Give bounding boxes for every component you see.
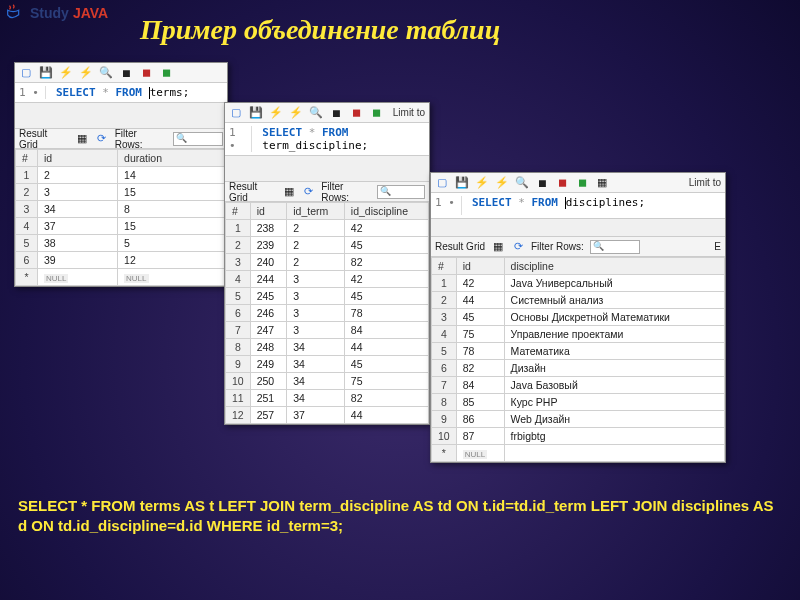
table-row[interactable]: 142Java Универсальный: [432, 275, 725, 292]
green-square-icon[interactable]: ◼: [159, 66, 173, 80]
col-id-discipline[interactable]: id_discipline: [344, 203, 428, 220]
save-icon[interactable]: 💾: [455, 176, 469, 190]
table-row[interactable]: 43715: [16, 218, 227, 235]
grid-view-icon[interactable]: ▦: [283, 185, 296, 199]
cell[interactable]: 5: [118, 235, 227, 252]
cell[interactable]: 247: [250, 322, 287, 339]
cell[interactable]: 78: [456, 343, 504, 360]
execute-step-icon[interactable]: ⚡: [289, 106, 303, 120]
table-row[interactable]: 102503475: [226, 373, 429, 390]
table-row[interactable]: 244Системный анализ: [432, 292, 725, 309]
cell[interactable]: 3: [287, 288, 345, 305]
cell[interactable]: 12: [226, 407, 251, 424]
cell[interactable]: 87: [456, 428, 504, 445]
refresh-icon[interactable]: ⟳: [95, 132, 109, 146]
cell[interactable]: 9: [226, 356, 251, 373]
table-row[interactable]: 4244342: [226, 271, 429, 288]
cell[interactable]: *: [16, 269, 38, 286]
table-row[interactable]: 475Управление проектами: [432, 326, 725, 343]
execute-step-icon[interactable]: ⚡: [79, 66, 93, 80]
cell[interactable]: NULL: [118, 269, 227, 286]
table-row[interactable]: 682Дизайн: [432, 360, 725, 377]
cell[interactable]: 34: [287, 390, 345, 407]
cell[interactable]: 37: [287, 407, 345, 424]
cell[interactable]: 34: [287, 339, 345, 356]
cell[interactable]: 37: [38, 218, 118, 235]
cell[interactable]: 11: [226, 390, 251, 407]
cell[interactable]: 45: [344, 356, 428, 373]
cell[interactable]: 82: [344, 254, 428, 271]
col-rownum[interactable]: #: [16, 150, 38, 167]
cell[interactable]: Математика: [504, 343, 724, 360]
cell[interactable]: 3: [432, 309, 457, 326]
cell[interactable]: 44: [344, 339, 428, 356]
cell[interactable]: 2: [226, 237, 251, 254]
cell[interactable]: 5: [226, 288, 251, 305]
cell[interactable]: 245: [250, 288, 287, 305]
refresh-icon[interactable]: ⟳: [511, 240, 525, 254]
cell[interactable]: 44: [456, 292, 504, 309]
cell[interactable]: 42: [456, 275, 504, 292]
table-row[interactable]: 1214: [16, 167, 227, 184]
table-row[interactable]: *NULLNULL: [16, 269, 227, 286]
cell[interactable]: 38: [38, 235, 118, 252]
grid-view-icon[interactable]: ▦: [75, 132, 89, 146]
table-row[interactable]: *NULL: [432, 445, 725, 462]
cell[interactable]: 10: [432, 428, 457, 445]
cell[interactable]: 240: [250, 254, 287, 271]
cell[interactable]: 15: [118, 184, 227, 201]
cell[interactable]: 75: [344, 373, 428, 390]
col-id[interactable]: id: [456, 258, 504, 275]
cell[interactable]: 2: [287, 237, 345, 254]
col-rownum[interactable]: #: [432, 258, 457, 275]
cell[interactable]: Системный анализ: [504, 292, 724, 309]
cell[interactable]: 42: [344, 220, 428, 237]
table-row[interactable]: 3348: [16, 201, 227, 218]
table-row[interactable]: 1087frbigbtg: [432, 428, 725, 445]
magnify-icon[interactable]: 🔍: [309, 106, 323, 120]
cell[interactable]: 4: [432, 326, 457, 343]
refresh-icon[interactable]: ⟳: [302, 185, 315, 199]
save-icon[interactable]: 💾: [249, 106, 263, 120]
table-row[interactable]: 345Основы Дискретной Математики: [432, 309, 725, 326]
col-discipline[interactable]: discipline: [504, 258, 724, 275]
export-label[interactable]: E: [714, 241, 721, 252]
table-row[interactable]: 2315: [16, 184, 227, 201]
cell[interactable]: Курс PHP: [504, 394, 724, 411]
table-row[interactable]: 5245345: [226, 288, 429, 305]
cell[interactable]: 45: [456, 309, 504, 326]
cell[interactable]: 8: [432, 394, 457, 411]
cell[interactable]: 6: [226, 305, 251, 322]
table-row[interactable]: 2239245: [226, 237, 429, 254]
cell[interactable]: 34: [287, 356, 345, 373]
col-duration[interactable]: duration: [118, 150, 227, 167]
cell[interactable]: 8: [118, 201, 227, 218]
cell[interactable]: 244: [250, 271, 287, 288]
cell[interactable]: 44: [344, 407, 428, 424]
cell[interactable]: 3: [38, 184, 118, 201]
filter-input[interactable]: 🔍: [377, 185, 425, 199]
cell[interactable]: 39: [38, 252, 118, 269]
cell[interactable]: 3: [287, 322, 345, 339]
cell[interactable]: 4: [16, 218, 38, 235]
cell[interactable]: 84: [344, 322, 428, 339]
cell[interactable]: 1: [16, 167, 38, 184]
cell[interactable]: 3: [226, 254, 251, 271]
magnify-icon[interactable]: 🔍: [99, 66, 113, 80]
cell[interactable]: 250: [250, 373, 287, 390]
cell[interactable]: 1: [226, 220, 251, 237]
cell[interactable]: 84: [456, 377, 504, 394]
cell[interactable]: *: [432, 445, 457, 462]
stop-icon[interactable]: ⏹: [119, 66, 133, 80]
table-row[interactable]: 885Курс PHP: [432, 394, 725, 411]
new-file-icon[interactable]: ▢: [229, 106, 243, 120]
table-row[interactable]: 7247384: [226, 322, 429, 339]
cell[interactable]: 9: [432, 411, 457, 428]
cell[interactable]: 251: [250, 390, 287, 407]
cell[interactable]: 5: [16, 235, 38, 252]
cell[interactable]: 6: [432, 360, 457, 377]
red-square-icon[interactable]: ◼: [555, 176, 569, 190]
cell[interactable]: 2: [287, 254, 345, 271]
cell[interactable]: 45: [344, 237, 428, 254]
cell[interactable]: Управление проектами: [504, 326, 724, 343]
